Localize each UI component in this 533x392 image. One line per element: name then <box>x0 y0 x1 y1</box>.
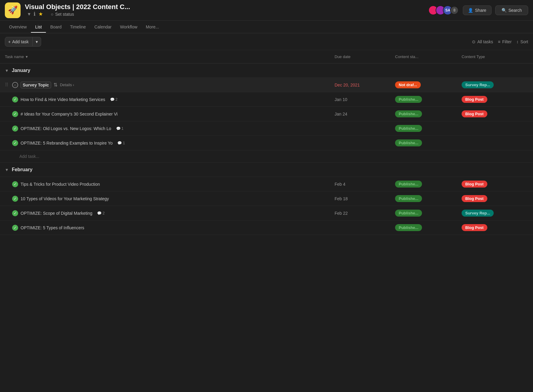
tab-timeline[interactable]: Timeline <box>66 21 90 32</box>
due-date-cell: Jan 10 <box>335 97 395 102</box>
task-check[interactable]: ✓ <box>12 196 18 202</box>
type-badge: Survey Rep... <box>462 81 494 88</box>
section-title-january: January <box>12 68 30 73</box>
content-type-cell: Survey Rep... <box>462 81 528 88</box>
task-name-cell: ✓ OPTIMIZE: Old Logos vs. New Logos: Whi… <box>5 126 335 132</box>
task-check[interactable]: ✓ <box>12 111 18 117</box>
comment-badge: 💬 2 <box>97 211 105 215</box>
task-name-survey-topic[interactable]: Survey Topic <box>21 82 51 88</box>
avatar-count: 8 <box>450 6 459 15</box>
content-status-cell: Not draf... <box>395 81 462 88</box>
task-extras: 💬 1 <box>116 126 124 131</box>
task-check[interactable]: ✓ <box>12 181 18 187</box>
section-chevron-february: ▼ <box>5 168 9 172</box>
section-january-header[interactable]: ▼ January <box>0 64 533 78</box>
table-row: ✓ OPTIMIZE: 5 Types of Influencers Publi… <box>0 220 533 235</box>
sort-button[interactable]: ↕ Sort <box>516 39 528 44</box>
all-tasks-button[interactable]: ⊙ All tasks <box>472 39 493 44</box>
status-badge: Publishe... <box>395 195 422 202</box>
due-date-cell: Feb 4 <box>335 182 395 187</box>
content-type-cell: Blog Post <box>462 96 528 103</box>
table-row: ✓ OPTIMIZE: 5 Rebranding Examples to Ins… <box>0 136 533 150</box>
circle-icon: ○ <box>51 12 53 17</box>
chevron-right-icon: › <box>73 83 74 87</box>
search-icon: 🔍 <box>502 8 507 13</box>
task-name: OPTIMIZE: Scope of Digital Marketing <box>21 211 92 216</box>
plus-icon: + <box>8 39 11 44</box>
column-header-task-name[interactable]: Task name ▾ <box>5 54 335 59</box>
task-name-cell: ✓ 10 Types of Videos for Your Marketing … <box>5 196 335 202</box>
tab-workflow[interactable]: Workflow <box>116 21 142 32</box>
table-row: ✓ Tips & Tricks for Product Video Produc… <box>0 177 533 191</box>
add-task-january-row[interactable]: Add task... <box>0 150 533 163</box>
table-row: ✓ # Ideas for Your Company's 30 Second E… <box>0 107 533 121</box>
task-name: OPTIMIZE: 5 Rebranding Examples to Inspi… <box>21 141 113 145</box>
comment-count: 1 <box>122 126 124 131</box>
filter-icon: ≡ <box>498 39 500 44</box>
drag-handle-icon[interactable]: ⠿ <box>5 82 8 88</box>
content-status-cell: Publishe... <box>395 110 462 117</box>
status-badge: Publishe... <box>395 125 422 132</box>
content-status-cell: Publishe... <box>395 139 462 146</box>
task-check[interactable]: ✓ <box>12 96 18 103</box>
add-task-dropdown-button[interactable]: ▾ <box>33 37 41 47</box>
type-badge: Blog Post <box>462 181 487 188</box>
task-name-cell: ⠿ ○ Survey Topic ⇅ Details › <box>5 82 335 88</box>
search-button[interactable]: 🔍 Search <box>495 5 528 15</box>
type-badge: Blog Post <box>462 110 487 117</box>
section-chevron-january: ▼ <box>5 68 9 73</box>
task-check[interactable]: ✓ <box>12 140 18 146</box>
sort-icon: ↕ <box>516 39 518 44</box>
info-icon[interactable]: ℹ <box>34 11 35 17</box>
status-badge: Publishe... <box>395 181 422 188</box>
content-type-cell: Blog Post <box>462 224 528 231</box>
tab-board[interactable]: Board <box>46 21 66 32</box>
filter-button[interactable]: ≡ Filter <box>498 39 512 44</box>
task-name: OPTIMIZE: 5 Types of Influencers <box>21 225 84 230</box>
task-check[interactable]: ✓ <box>12 225 18 231</box>
status-badge: Publishe... <box>395 110 422 117</box>
task-check[interactable]: ✓ <box>12 126 18 132</box>
comment-badge: 💬 2 <box>110 97 118 102</box>
share-button[interactable]: 👤 Share <box>463 5 491 15</box>
set-status-button[interactable]: ○ Set status <box>51 12 74 17</box>
star-icon[interactable]: ★ <box>38 11 43 17</box>
sort-arrows-icon[interactable]: ⇅ <box>54 82 57 88</box>
comment-badge: 💬 1 <box>117 141 125 145</box>
task-name: OPTIMIZE: Old Logos vs. New Logos: Which… <box>21 126 111 131</box>
share-label: Share <box>475 8 486 13</box>
content-status-cell: Publishe... <box>395 195 462 202</box>
nav-tabs: Overview List Board Timeline Calendar Wo… <box>0 21 533 33</box>
status-badge: Not draf... <box>395 81 421 88</box>
due-date-cell: Jan 24 <box>335 112 395 116</box>
task-check[interactable]: ✓ <box>12 210 18 216</box>
task-name-cell: ✓ # Ideas for Your Company's 30 Second E… <box>5 111 335 117</box>
due-date-header-label: Due date <box>335 54 351 59</box>
section-february-header[interactable]: ▼ February <box>0 163 533 177</box>
tab-overview[interactable]: Overview <box>5 21 31 32</box>
task-check-survey-topic[interactable]: ○ <box>12 82 18 88</box>
task-name-cell: ✓ OPTIMIZE: 5 Types of Influencers <box>5 225 335 231</box>
task-name: 10 Types of Videos for Your Marketing St… <box>21 196 109 201</box>
status-badge: Publishe... <box>395 224 422 231</box>
details-button[interactable]: Details › <box>60 83 74 87</box>
content-status-cell: Publishe... <box>395 210 462 217</box>
comment-count: 1 <box>123 141 125 145</box>
type-badge: Blog Post <box>462 224 487 231</box>
person-icon: 👤 <box>468 8 473 13</box>
partial-check-icon: ○ <box>14 83 16 87</box>
tab-list[interactable]: List <box>31 21 46 32</box>
tab-more[interactable]: More... <box>142 21 163 32</box>
due-date-cell: Dec 20, 2021 <box>335 83 395 87</box>
chevron-down-icon[interactable]: ▾ <box>28 11 31 17</box>
table-row: ✓ OPTIMIZE: Scope of Digital Marketing 💬… <box>0 206 533 220</box>
status-badge: Publishe... <box>395 96 422 103</box>
type-badge: Survey Rep... <box>462 210 494 217</box>
section-title-february: February <box>12 167 32 172</box>
tab-calendar[interactable]: Calendar <box>90 21 116 32</box>
column-header-content-status: Content sta... <box>395 54 462 59</box>
table-header: Task name ▾ Due date Content sta... Cont… <box>0 50 533 64</box>
column-header-due-date: Due date <box>335 54 395 59</box>
add-task-button[interactable]: + Add task <box>5 37 33 47</box>
toolbar: + Add task ▾ ⊙ All tasks ≡ Filter ↕ Sort <box>0 33 533 50</box>
